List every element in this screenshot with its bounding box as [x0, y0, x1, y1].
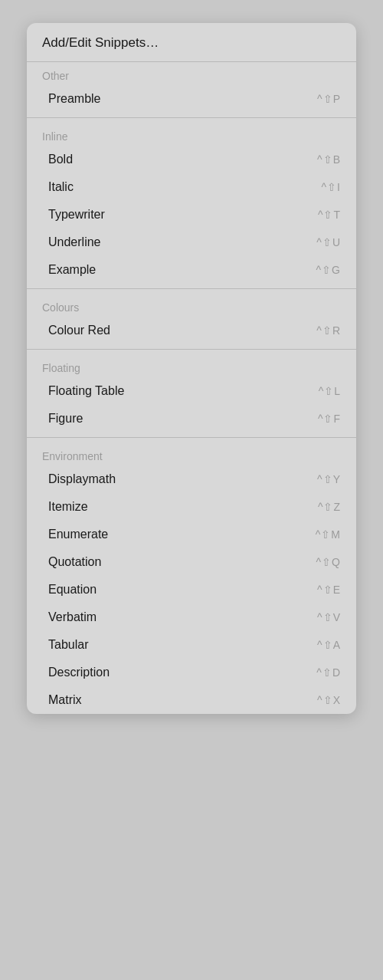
section-divider-1: [27, 288, 356, 289]
menu-item-displaymath[interactable]: Displaymath^⇧Y: [27, 465, 356, 493]
section-inline: InlineBold^⇧BItalic^⇧ITypewriter^⇧TUnder…: [27, 123, 356, 284]
menu-item-tabular[interactable]: Tabular^⇧A: [27, 631, 356, 659]
menu-item-shortcut-0: ^⇧L: [319, 385, 341, 397]
menu-item-label-4: Example: [48, 263, 96, 277]
menu-item-label-0: Preamble: [48, 92, 100, 106]
section-label-1: Inline: [27, 123, 356, 146]
menu-item-matrix[interactable]: Matrix^⇧X: [27, 686, 356, 714]
section-divider-0: [27, 117, 356, 118]
menu-item-description[interactable]: Description^⇧D: [27, 659, 356, 686]
menu-item-shortcut-0: ^⇧P: [317, 93, 341, 105]
menu-item-floating-table[interactable]: Floating Table^⇧L: [27, 377, 356, 405]
menu-item-label-0: Bold: [48, 153, 73, 166]
menu-item-equation[interactable]: Equation^⇧E: [27, 576, 356, 603]
menu-item-shortcut-3: ^⇧U: [316, 236, 341, 248]
menu-item-shortcut-4: ^⇧E: [317, 584, 341, 596]
menu-item-shortcut-7: ^⇧D: [316, 666, 341, 679]
menu-item-label-6: Tabular: [48, 638, 88, 652]
menu-item-label-0: Displaymath: [48, 472, 116, 486]
menu-item-shortcut-0: ^⇧R: [316, 324, 341, 337]
section-label-4: Environment: [27, 442, 356, 465]
menu-item-shortcut-0: ^⇧B: [317, 153, 341, 166]
menu-header: Add/Edit Snippets…: [27, 23, 356, 61]
menu-item-label-4: Equation: [48, 583, 97, 597]
menu-item-quotation[interactable]: Quotation^⇧Q: [27, 548, 356, 576]
section-floating: FloatingFloating Table^⇧LFigure^⇧F: [27, 354, 356, 432]
menu-container: Add/Edit Snippets… OtherPreamble^⇧PInlin…: [27, 23, 356, 714]
menu-item-shortcut-2: ^⇧M: [316, 528, 341, 541]
menu-item-italic[interactable]: Italic^⇧I: [27, 173, 356, 201]
section-label-3: Floating: [27, 354, 356, 377]
menu-item-shortcut-6: ^⇧A: [317, 639, 341, 651]
menu-item-shortcut-1: ^⇧F: [318, 413, 341, 425]
menu-item-shortcut-1: ^⇧Z: [318, 501, 341, 513]
menu-item-shortcut-8: ^⇧X: [317, 694, 341, 706]
menu-item-shortcut-2: ^⇧T: [318, 209, 341, 221]
menu-item-shortcut-4: ^⇧G: [316, 264, 341, 276]
menu-item-label-8: Matrix: [48, 693, 82, 707]
section-label-2: Colours: [27, 294, 356, 317]
section-divider-3: [27, 437, 356, 438]
section-environment: EnvironmentDisplaymath^⇧YItemize^⇧ZEnume…: [27, 442, 356, 714]
menu-item-example[interactable]: Example^⇧G: [27, 256, 356, 284]
menu-item-enumerate[interactable]: Enumerate^⇧M: [27, 521, 356, 548]
menu-item-shortcut-1: ^⇧I: [322, 181, 341, 193]
menu-item-label-3: Quotation: [48, 555, 101, 569]
sections-container: OtherPreamble^⇧PInlineBold^⇧BItalic^⇧ITy…: [27, 62, 356, 714]
menu-item-label-1: Figure: [48, 412, 83, 426]
section-colours: ColoursColour Red^⇧R: [27, 294, 356, 344]
menu-item-label-0: Colour Red: [48, 324, 110, 337]
section-label-0: Other: [27, 62, 356, 85]
menu-item-shortcut-5: ^⇧V: [317, 611, 341, 623]
menu-item-label-7: Description: [48, 666, 110, 679]
menu-item-label-1: Italic: [48, 180, 74, 194]
menu-item-label-3: Underline: [48, 235, 100, 249]
menu-item-label-5: Verbatim: [48, 610, 97, 624]
menu-item-typewriter[interactable]: Typewriter^⇧T: [27, 201, 356, 229]
menu-item-itemize[interactable]: Itemize^⇧Z: [27, 493, 356, 521]
menu-item-underline[interactable]: Underline^⇧U: [27, 229, 356, 256]
menu-item-verbatim[interactable]: Verbatim^⇧V: [27, 603, 356, 631]
menu-item-shortcut-0: ^⇧Y: [317, 473, 341, 485]
menu-item-label-0: Floating Table: [48, 384, 124, 398]
menu-header-title[interactable]: Add/Edit Snippets…: [42, 35, 159, 50]
menu-item-label-2: Enumerate: [48, 528, 108, 541]
menu-item-colour-red[interactable]: Colour Red^⇧R: [27, 317, 356, 344]
section-other: OtherPreamble^⇧P: [27, 62, 356, 113]
menu-item-label-2: Typewriter: [48, 208, 105, 222]
menu-item-label-1: Itemize: [48, 500, 88, 514]
menu-item-bold[interactable]: Bold^⇧B: [27, 146, 356, 173]
menu-item-preamble[interactable]: Preamble^⇧P: [27, 85, 356, 113]
menu-item-figure[interactable]: Figure^⇧F: [27, 405, 356, 432]
menu-item-shortcut-3: ^⇧Q: [316, 556, 341, 568]
section-divider-2: [27, 349, 356, 350]
